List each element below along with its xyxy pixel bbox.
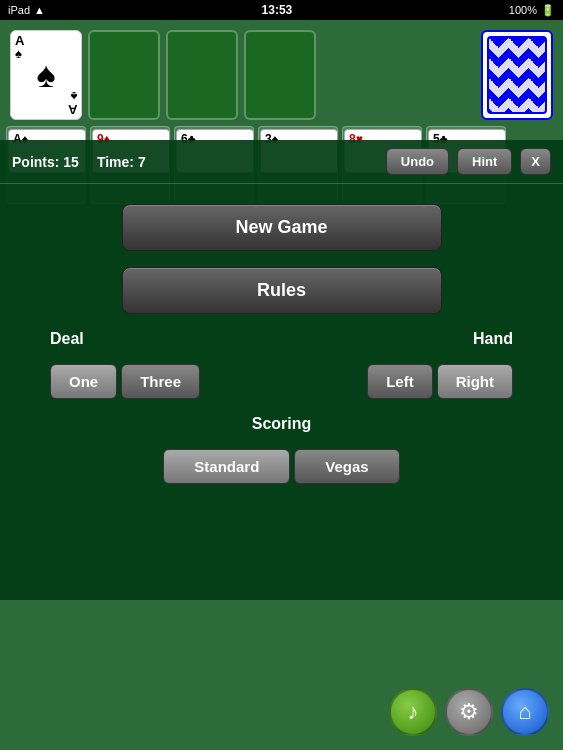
status-right: 100% 🔋	[509, 4, 555, 17]
vegas-button[interactable]: Vegas	[294, 449, 399, 484]
standard-button[interactable]: Standard	[163, 449, 290, 484]
deal-hand-group: Hand	[389, 330, 513, 348]
card-bottom-right-0: A♠	[68, 90, 77, 116]
deal-options-row: One Three Left Right	[40, 364, 523, 399]
scoring-label: Scoring	[252, 415, 312, 433]
three-button[interactable]: Three	[121, 364, 200, 399]
battery-icon: 🔋	[541, 4, 555, 17]
music-button[interactable]: ♪	[389, 688, 437, 736]
time-display: Time: 7	[97, 154, 378, 170]
top-row: A♠ ♠ A♠	[0, 20, 563, 126]
undo-button[interactable]: Undo	[386, 148, 449, 175]
game-area: A♠ ♠ A♠ A♠ 9♦ 6♣ 3♠ 8♥ 5♣	[0, 20, 563, 750]
wrench-icon: ⚙	[459, 699, 479, 725]
menu-content: New Game Rules Deal Hand One Three Left	[0, 184, 563, 504]
home-button[interactable]: ⌂	[501, 688, 549, 736]
device-label: iPad	[8, 4, 30, 16]
foundation-2[interactable]	[166, 30, 238, 120]
card-top-left-0: A♠	[15, 34, 24, 60]
bottom-buttons: ♪ ⚙ ⌂	[389, 688, 549, 736]
battery-label: 100%	[509, 4, 537, 16]
foundation-3[interactable]	[244, 30, 316, 120]
overlay-bar: Points: 15 Time: 7 Undo Hint X	[0, 140, 563, 184]
card-suit-0: ♠	[36, 54, 55, 96]
close-button[interactable]: X	[520, 148, 551, 175]
right-button[interactable]: Right	[437, 364, 513, 399]
one-button[interactable]: One	[50, 364, 117, 399]
rules-button[interactable]: Rules	[122, 267, 442, 314]
left-right-group: Left Right	[367, 364, 513, 399]
status-time: 13:53	[262, 3, 293, 17]
joker-inner	[487, 36, 547, 114]
one-three-group: One Three	[50, 364, 200, 399]
points-display: Points: 15	[12, 154, 79, 170]
settings-button[interactable]: ⚙	[445, 688, 493, 736]
foundation-0[interactable]: A♠ ♠ A♠	[10, 30, 82, 120]
scoring-group: Standard Vegas	[163, 449, 399, 484]
status-left: iPad ▲	[8, 4, 45, 16]
music-icon: ♪	[408, 699, 419, 725]
deal-hand-row: Deal Hand	[40, 330, 523, 348]
wifi-icon: ▲	[34, 4, 45, 16]
new-game-button[interactable]: New Game	[122, 204, 442, 251]
hand-label: Hand	[473, 330, 513, 348]
overlay-panel: Points: 15 Time: 7 Undo Hint X New Game …	[0, 140, 563, 600]
hint-button[interactable]: Hint	[457, 148, 512, 175]
deck-card[interactable]	[481, 30, 553, 120]
foundation-1[interactable]	[88, 30, 160, 120]
left-button[interactable]: Left	[367, 364, 433, 399]
home-icon: ⌂	[518, 699, 531, 725]
status-bar: iPad ▲ 13:53 100% 🔋	[0, 0, 563, 20]
deal-label: Deal	[50, 330, 84, 348]
